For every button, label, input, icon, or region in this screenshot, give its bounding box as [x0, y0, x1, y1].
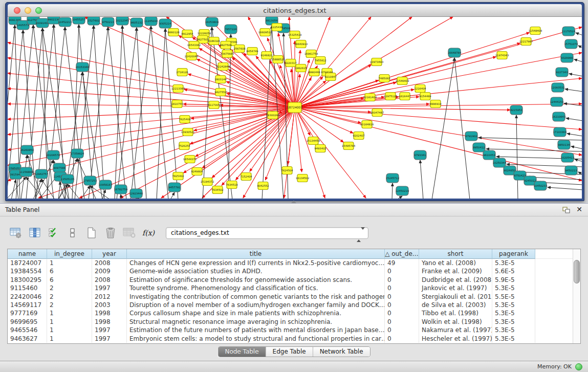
cell-out_de[interactable]: 49 — [385, 259, 419, 267]
column-header-short[interactable]: short — [419, 249, 492, 259]
cell-in_degree[interactable]: 2 — [47, 284, 92, 292]
cell-short[interactable]: Wolkin et al. (1998) — [419, 318, 492, 326]
cell-title[interactable]: Estimation of the future numbers of pati… — [127, 326, 385, 334]
cell-year[interactable]: 1997 — [92, 326, 127, 334]
cell-year[interactable]: 2009 — [92, 267, 127, 275]
cell-name[interactable]: 18724007 — [8, 259, 47, 267]
cell-out_de[interactable]: 0 — [385, 284, 419, 292]
cell-name[interactable]: 9465546 — [8, 326, 47, 334]
cell-short[interactable]: Tibbo et al. (1998) — [419, 309, 492, 317]
column-header-in_degree[interactable]: in_degree — [47, 249, 92, 259]
zoom-window-icon[interactable] — [35, 7, 42, 14]
cell-short[interactable]: de Silva et al. (2003) — [419, 301, 492, 309]
citation-network-graph[interactable]: 9091306140557391275032009140699021341045… — [8, 17, 582, 199]
table-row[interactable]: 946362711997Embryonic stem cells: a mode… — [8, 335, 573, 343]
tab-network-table[interactable]: Network Table — [313, 347, 370, 357]
cell-pagerank[interactable]: 5.3E-5 — [492, 309, 535, 317]
cell-pagerank[interactable]: 5.3E-5 — [492, 284, 535, 292]
cell-name[interactable]: 18300295 — [8, 276, 47, 284]
column-header-out_de[interactable]: △ out_de… — [385, 249, 419, 259]
cell-out_de[interactable]: 0 — [385, 301, 419, 309]
table-row[interactable]: 2242004622012Investigating the contribut… — [8, 293, 573, 301]
column-header-title[interactable]: title — [127, 249, 385, 259]
cell-in_degree[interactable]: 2 — [47, 301, 92, 309]
cell-name[interactable]: 14569117 — [8, 301, 47, 309]
cell-pagerank[interactable]: 5.3E-5 — [492, 335, 535, 343]
tab-node-table[interactable]: Node Table — [218, 347, 265, 357]
cell-title[interactable]: Genome-wide association studies in ADHD. — [127, 267, 385, 275]
column-header-year[interactable]: year — [92, 249, 127, 259]
cell-in_degree[interactable]: 1 — [47, 318, 92, 326]
cell-out_de[interactable]: 0 — [385, 267, 419, 275]
cell-out_de[interactable]: 0 — [385, 293, 419, 301]
table-row[interactable]: 946554611997Estimation of the future num… — [8, 326, 573, 334]
cell-year[interactable]: 2008 — [92, 259, 127, 267]
column-visibility-icon[interactable] — [28, 226, 41, 239]
row-format-icon[interactable] — [66, 226, 79, 239]
float-panel-icon[interactable] — [562, 206, 571, 213]
cell-out_de[interactable]: 0 — [385, 276, 419, 284]
new-file-icon[interactable] — [85, 226, 98, 239]
cell-title[interactable]: Estimation of significance thresholds fo… — [127, 276, 385, 284]
cell-year[interactable]: 2003 — [92, 301, 127, 309]
table-row[interactable]: 969969511998Structural magnetic resonanc… — [8, 318, 573, 326]
table-row[interactable]: 1830029562008Estimation of significance … — [8, 276, 573, 284]
minimize-window-icon[interactable] — [25, 7, 31, 14]
table-row[interactable]: 977716911998Corpus callosum shape and si… — [8, 309, 573, 317]
cell-title[interactable]: Corpus callosum shape and size in male p… — [127, 309, 385, 317]
cell-in_degree[interactable]: 2 — [47, 293, 92, 301]
cell-in_degree[interactable]: 1 — [47, 326, 92, 334]
column-header-name[interactable]: name — [8, 249, 47, 259]
cell-out_de[interactable]: 0 — [385, 309, 419, 317]
cell-title[interactable]: Structural magnetic resonance image aver… — [127, 318, 385, 326]
table-vertical-scrollbar[interactable] — [573, 249, 580, 343]
tab-edge-table[interactable]: Edge Table — [266, 347, 313, 357]
cell-pagerank[interactable]: 5.3E-5 — [492, 326, 535, 334]
cell-title[interactable]: Investigating the contribution of common… — [127, 293, 385, 301]
cell-in_degree[interactable]: 6 — [47, 276, 92, 284]
cell-short[interactable]: Jankovic et al. (1997) — [419, 284, 492, 292]
cell-in_degree[interactable]: 6 — [47, 267, 92, 275]
cell-year[interactable]: 2008 — [92, 276, 127, 284]
table-select-dropdown[interactable]: citations_edges.txt — [166, 227, 368, 239]
cell-short[interactable]: Hescheler et al. (1997) — [419, 335, 492, 343]
cell-year[interactable]: 1997 — [92, 284, 127, 292]
cell-pagerank[interactable]: 5.3E-5 — [492, 318, 535, 326]
cell-out_de[interactable]: 0 — [385, 318, 419, 326]
cell-name[interactable]: 9699695 — [8, 318, 47, 326]
cell-pagerank[interactable]: 5.3E-5 — [492, 301, 535, 309]
trash-icon[interactable] — [104, 226, 117, 239]
table-row[interactable]: 1872400712008Changes of HCN gene express… — [8, 259, 573, 267]
window-titlebar[interactable]: citations_edges.txt — [8, 4, 582, 17]
cell-title[interactable]: Disruption of a novel member of a sodium… — [127, 301, 385, 309]
cell-out_de[interactable]: 0 — [385, 335, 419, 343]
cell-in_degree[interactable]: 1 — [47, 335, 92, 343]
table-row[interactable]: 1938455462009Genome-wide association stu… — [8, 267, 573, 275]
cell-title[interactable]: Tourette syndrome. Phenomenology and cla… — [127, 284, 385, 292]
cell-pagerank[interactable]: 5.6E-5 — [492, 267, 535, 275]
cell-year[interactable]: 2012 — [92, 293, 127, 301]
cell-pagerank[interactable]: 5.9E-5 — [492, 276, 535, 284]
column-header-pagerank[interactable]: pagerank — [492, 249, 535, 259]
cell-pagerank[interactable]: 5.3E-5 — [492, 259, 535, 267]
cell-short[interactable]: Yano et al. (2008) — [419, 259, 492, 267]
cell-title[interactable]: Changes of HCN gene expression and I(f) … — [127, 259, 385, 267]
close-panel-icon[interactable]: ✕ — [576, 205, 582, 213]
close-window-icon[interactable] — [14, 7, 20, 14]
cell-name[interactable]: 22420046 — [8, 293, 47, 301]
cell-short[interactable]: Nakamura et al. (1997) — [419, 326, 492, 334]
cell-in_degree[interactable]: 1 — [47, 259, 92, 267]
cell-name[interactable]: 9777169 — [8, 309, 47, 317]
network-canvas[interactable]: 9091306140557391275032009140699021341045… — [8, 17, 582, 199]
cell-short[interactable]: Franke et al. (2009) — [419, 267, 492, 275]
table-row[interactable]: 1456911722003Disruption of a novel membe… — [8, 301, 573, 309]
cell-short[interactable]: Stergiakouli et al. (2012) — [419, 293, 492, 301]
cell-year[interactable]: 1998 — [92, 318, 127, 326]
cell-pagerank[interactable]: 5.5E-5 — [492, 293, 535, 301]
cell-year[interactable]: 1998 — [92, 309, 127, 317]
cell-year[interactable]: 1997 — [92, 335, 127, 343]
cell-name[interactable]: 9115460 — [8, 284, 47, 292]
cell-name[interactable]: 19384554 — [8, 267, 47, 275]
scrollbar-thumb[interactable] — [574, 260, 580, 283]
table-settings-icon[interactable] — [9, 226, 23, 239]
